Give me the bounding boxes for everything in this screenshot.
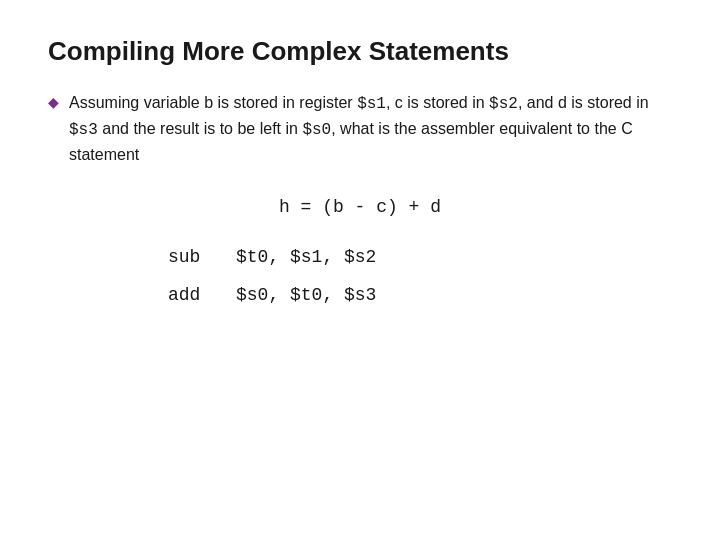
asm-op-2: add	[168, 285, 216, 305]
asm-args-2: $s0, $t0, $s3	[236, 285, 376, 305]
reg3: $s3	[69, 121, 98, 139]
reg4: $s0	[302, 121, 331, 139]
slide: Compiling More Complex Statements ◆ Assu…	[0, 0, 720, 540]
assembly-block: sub $t0, $s1, $s2 add $s0, $t0, $s3	[48, 247, 672, 305]
bullet-text: Assuming variable b is stored in registe…	[69, 91, 672, 167]
content-area: ◆ Assuming variable b is stored in regis…	[48, 91, 672, 305]
reg2: $s2	[489, 95, 518, 113]
slide-title: Compiling More Complex Statements	[48, 36, 672, 67]
bullet-icon: ◆	[48, 94, 59, 110]
asm-args-1: $t0, $s1, $s2	[236, 247, 376, 267]
equation: h = (b - c) + d	[279, 197, 441, 217]
equation-block: h = (b - c) + d	[48, 197, 672, 217]
asm-line-2: add $s0, $t0, $s3	[168, 285, 672, 305]
bullet-row: ◆ Assuming variable b is stored in regis…	[48, 91, 672, 167]
reg1: $s1	[357, 95, 386, 113]
asm-op-1: sub	[168, 247, 216, 267]
asm-line-1: sub $t0, $s1, $s2	[168, 247, 672, 267]
